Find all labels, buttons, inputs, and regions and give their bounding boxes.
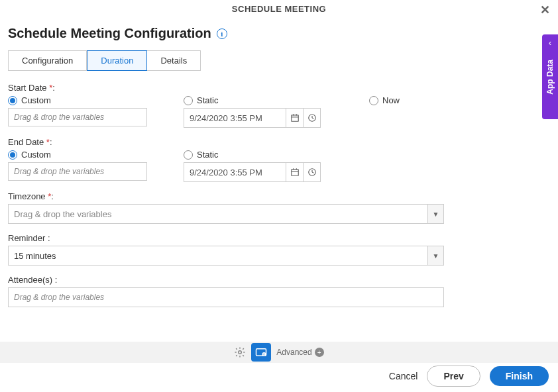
close-icon[interactable]: ✕ [540,3,551,17]
end-static-radio[interactable]: Static [184,150,369,160]
advanced-toggle[interactable]: Advanced + [276,348,323,357]
svg-line-13 [312,172,313,173]
reminder-select[interactable]: 15 minutes ▼ [8,246,444,266]
svg-rect-0 [291,115,298,121]
end-custom-input[interactable]: Drag & drop the variables [8,162,147,181]
code-icon[interactable] [251,343,271,362]
button-row: Cancel Prev Finish [389,366,549,387]
attendees-input[interactable]: Drag & drop the variables [8,287,444,307]
info-icon[interactable]: i [217,28,227,39]
start-custom-radio[interactable]: Custom [8,95,184,105]
calendar-icon[interactable] [286,108,304,128]
page-title-text: Schedule Meeting Configuration [8,26,211,41]
end-date-label: End Date *: [8,137,550,147]
page-title: Schedule Meeting Configuration i [8,26,227,41]
start-date-label: Start Date *: [8,83,550,93]
start-static-radio[interactable]: Static [184,95,369,105]
cancel-button[interactable]: Cancel [389,371,418,381]
tab-duration[interactable]: Duration [87,50,147,71]
chevron-left-icon: ‹ [549,38,551,48]
plus-icon: + [315,348,324,357]
svg-point-14 [239,351,242,354]
svg-rect-7 [291,170,298,175]
start-static-date[interactable]: 9/24/2020 3:55 PM [184,108,286,128]
clock-icon[interactable] [304,108,321,128]
dialog-header: SCHEDULE MEETING ✕ [0,0,558,18]
tab-bar: Configuration Duration Details [8,50,550,71]
radio-icon [8,150,17,160]
gear-icon[interactable] [234,346,246,358]
radio-icon [184,150,193,160]
reminder-label: Reminder : [8,233,550,243]
dialog-title: SCHEDULE MEETING [232,4,326,14]
end-custom-radio[interactable]: Custom [8,150,184,160]
tab-configuration[interactable]: Configuration [8,50,87,71]
svg-line-6 [312,118,313,119]
start-custom-input[interactable]: Drag & drop the variables [8,108,147,126]
radio-icon [8,96,17,105]
attendees-label: Attendee(s) : [8,275,550,285]
bottom-toolbar: Advanced + [0,342,558,363]
prev-button[interactable]: Prev [427,366,480,387]
app-data-panel-toggle[interactable]: ‹ App Data [542,34,558,119]
chevron-down-icon: ▼ [427,246,443,265]
radio-icon [369,96,378,105]
timezone-label: Timezone *: [8,191,550,201]
chevron-down-icon: ▼ [427,205,443,223]
start-now-radio[interactable]: Now [369,95,550,105]
timezone-select[interactable]: Drag & drop the variables ▼ [8,204,444,224]
tab-details[interactable]: Details [147,50,201,71]
radio-icon [184,96,193,105]
finish-button[interactable]: Finish [490,366,549,386]
calendar-icon[interactable] [286,162,304,182]
clock-icon[interactable] [304,162,321,182]
end-static-date[interactable]: 9/24/2020 3:55 PM [184,162,286,182]
